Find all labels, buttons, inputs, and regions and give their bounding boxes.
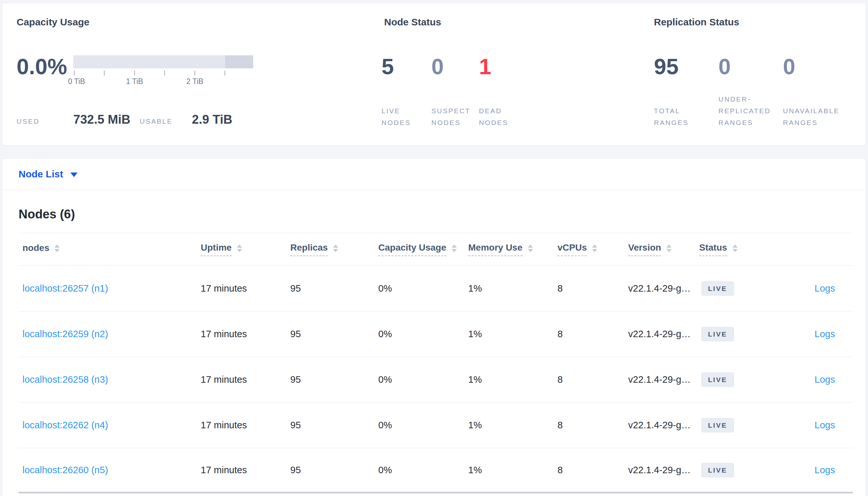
capacity-gauge: 0 TiB 1 TiB 2 TiB xyxy=(73,55,253,87)
version-cell: v22.1.4-29-g… xyxy=(628,329,695,339)
axis-tick xyxy=(224,71,225,76)
node-address-link[interactable]: localhost:26262 (n4) xyxy=(23,420,201,431)
capacity-gauge-bar xyxy=(73,55,253,68)
used-value: 732.5 MiB xyxy=(73,113,140,127)
logs-link[interactable]: Logs xyxy=(814,420,853,431)
axis-tick xyxy=(104,71,105,76)
node-status-title: Node Status xyxy=(384,17,441,28)
replication-stat-label: TOTALRANGES xyxy=(654,105,689,128)
replication-status-title: Replication Status xyxy=(654,17,739,28)
node-list-panel: Node List Nodes (6) nodesUptimeReplicasC… xyxy=(2,158,866,496)
axis-tick xyxy=(195,71,195,76)
axis-tick xyxy=(74,71,75,76)
used-label: USED xyxy=(17,118,73,125)
capacity-used-usable-row: USED 732.5 MiB USABLE 2.9 TiB xyxy=(17,113,232,127)
axis-tick-label: 2 TiB xyxy=(186,77,203,86)
node-list-dropdown[interactable]: Node List xyxy=(18,169,77,180)
axis-tick-label: 0 TiB xyxy=(68,77,85,86)
sort-arrows-icon xyxy=(333,244,338,252)
vcpus-cell: 8 xyxy=(557,283,628,294)
node-address-link[interactable]: localhost:26257 (n1) xyxy=(23,283,201,294)
vcpus-cell: 8 xyxy=(557,465,628,476)
logs-link[interactable]: Logs xyxy=(814,329,853,339)
node-status-stat-label: LIVENODES xyxy=(381,105,411,128)
status-cell: LIVE xyxy=(699,281,769,296)
column-header-label: Memory Use xyxy=(468,243,523,256)
replication-stat: 95TOTALRANGES xyxy=(654,55,689,128)
column-header-status[interactable]: Status xyxy=(699,243,769,256)
sort-arrows-icon xyxy=(528,244,533,252)
node-list-dropdown-label: Node List xyxy=(18,169,63,180)
status-cell: LIVE xyxy=(699,418,769,433)
column-header-memory-use[interactable]: Memory Use xyxy=(468,243,557,256)
chevron-down-icon xyxy=(70,172,77,177)
axis-tick-label: 1 TiB xyxy=(126,77,143,86)
status-cell: LIVE xyxy=(699,372,769,387)
replication-stat-value: 0 xyxy=(718,54,731,79)
node-address-link[interactable]: localhost:26258 (n3) xyxy=(23,374,201,385)
capacity-cell: 0% xyxy=(378,283,468,294)
cluster-summary-panel: Capacity Usage 0.0% 0 TiB 1 TiB 2 TiB US… xyxy=(2,3,866,145)
uptime-cell: 17 minutes xyxy=(201,374,290,385)
sort-arrows-icon xyxy=(732,244,738,252)
replication-stat-value: 95 xyxy=(654,54,679,79)
vcpus-cell: 8 xyxy=(557,329,628,339)
sort-arrows-icon xyxy=(55,244,60,252)
status-badge: LIVE xyxy=(701,372,734,387)
column-header-label: Version xyxy=(628,243,661,256)
replication-stat-label: UNDER-REPLICATEDRANGES xyxy=(718,93,770,128)
column-header-label: Capacity Usage xyxy=(378,243,446,256)
node-status-stat: 1DEADNODES xyxy=(479,55,508,128)
column-header-version[interactable]: Version xyxy=(628,243,699,256)
column-header-vcpus[interactable]: vCPUs xyxy=(557,243,628,256)
replicas-cell: 95 xyxy=(290,283,378,294)
memory-cell: 1% xyxy=(468,465,557,476)
capacity-cell: 0% xyxy=(378,420,468,431)
column-header-label: vCPUs xyxy=(557,243,587,256)
table-row: localhost:26259 (n2)17 minutes950%1%8v22… xyxy=(18,311,853,357)
node-address-link[interactable]: localhost:26260 (n5) xyxy=(23,465,201,476)
logs-link[interactable]: Logs xyxy=(814,283,853,294)
capacity-cell: 0% xyxy=(378,329,468,339)
uptime-cell: 17 minutes xyxy=(201,420,290,431)
nodes-count-heading: Nodes (6) xyxy=(18,207,75,221)
vcpus-cell: 8 xyxy=(557,420,628,431)
table-row: localhost:26258 (n3)17 minutes950%1%8v22… xyxy=(18,357,853,402)
capacity-percent-value: 0.0% xyxy=(17,54,67,79)
node-status-stat-value: 0 xyxy=(431,54,444,79)
table-row: localhost:26257 (n1)17 minutes950%1%8v22… xyxy=(18,266,853,311)
column-header-label: Uptime xyxy=(201,243,232,256)
column-header-nodes[interactable]: nodes xyxy=(23,243,201,256)
sort-arrows-icon xyxy=(666,244,672,252)
status-badge: LIVE xyxy=(701,327,734,341)
usable-value: 2.9 TiB xyxy=(192,113,232,127)
replicas-cell: 95 xyxy=(290,374,378,385)
status-badge: LIVE xyxy=(701,418,734,433)
sort-arrows-icon xyxy=(452,244,457,252)
node-status-stat-label: SUSPECTNODES xyxy=(431,105,470,128)
logs-link[interactable]: Logs xyxy=(814,374,853,385)
replication-stat: 0UNDER-REPLICATEDRANGES xyxy=(718,55,770,128)
status-cell: LIVE xyxy=(699,327,769,341)
version-cell: v22.1.4-29-g… xyxy=(628,465,695,476)
memory-cell: 1% xyxy=(468,374,557,385)
version-cell: v22.1.4-29-g… xyxy=(628,283,695,294)
memory-cell: 1% xyxy=(468,283,557,294)
capacity-cell: 0% xyxy=(378,374,468,385)
vcpus-cell: 8 xyxy=(557,374,628,385)
uptime-cell: 17 minutes xyxy=(201,465,290,476)
node-address-link[interactable]: localhost:26259 (n2) xyxy=(23,329,201,339)
column-header-capacity-usage[interactable]: Capacity Usage xyxy=(378,243,468,256)
column-header-replicas[interactable]: Replicas xyxy=(290,243,378,256)
replicas-cell: 95 xyxy=(290,420,378,431)
column-header-uptime[interactable]: Uptime xyxy=(201,243,290,256)
capacity-gauge-tick-labels: 0 TiB 1 TiB 2 TiB xyxy=(73,77,253,87)
table-body: localhost:26257 (n1)17 minutes950%1%8v22… xyxy=(18,266,853,493)
axis-tick xyxy=(164,71,165,76)
memory-cell: 1% xyxy=(468,420,557,431)
version-cell: v22.1.4-29-g… xyxy=(628,374,695,385)
replication-stat: 0UNAVAILABLERANGES xyxy=(783,55,839,128)
logs-link[interactable]: Logs xyxy=(814,465,853,476)
replicas-cell: 95 xyxy=(290,465,378,476)
node-status-stat-value: 1 xyxy=(479,54,491,79)
